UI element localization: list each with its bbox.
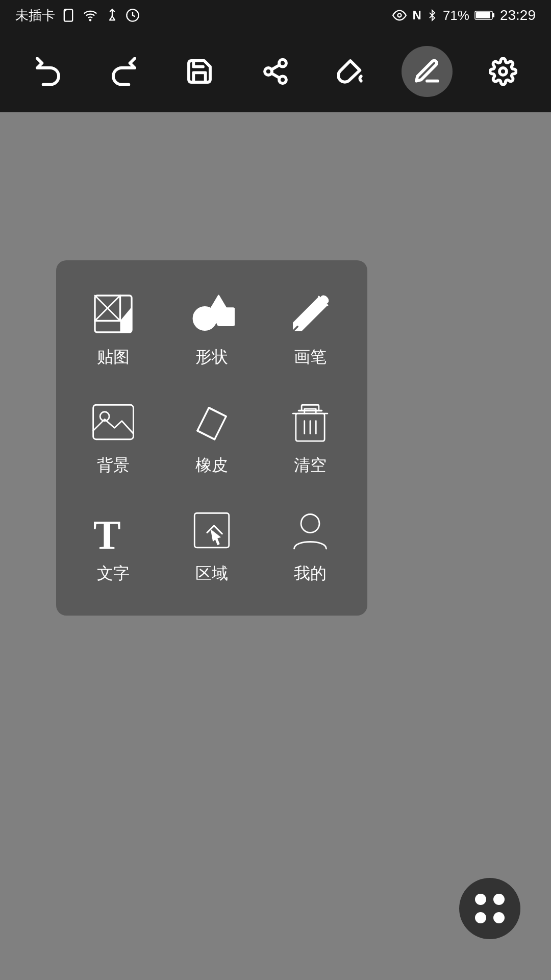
eraser-label: 橡皮 <box>195 454 228 477</box>
background-menu-item[interactable]: 背景 <box>66 389 160 487</box>
battery-icon <box>474 10 495 21</box>
region-icon <box>189 507 235 553</box>
pen-menu-item[interactable]: 画笔 <box>264 281 357 379</box>
settings-button[interactable] <box>478 46 529 97</box>
undo-button[interactable] <box>22 46 73 97</box>
svg-point-35 <box>301 514 319 533</box>
status-left: 未插卡 <box>15 7 140 24</box>
bluetooth-icon <box>427 8 438 22</box>
loading-icon <box>126 8 140 22</box>
sim-icon <box>61 8 76 22</box>
menu-panel: 贴图 形状 <box>56 260 367 616</box>
svg-rect-24 <box>93 405 133 439</box>
svg-rect-21 <box>217 308 235 326</box>
carrier-text: 未插卡 <box>15 7 55 24</box>
fab-button[interactable] <box>459 878 520 939</box>
text-icon: T <box>90 507 136 553</box>
text-menu-item[interactable]: T 文字 <box>66 497 160 595</box>
fab-dot-1 <box>475 894 486 905</box>
usb-icon <box>105 8 119 22</box>
mine-menu-item[interactable]: 我的 <box>264 497 357 595</box>
shape-icon <box>189 291 235 337</box>
shape-label: 形状 <box>195 346 228 369</box>
fab-dot-2 <box>493 894 505 905</box>
eraser-menu-item[interactable]: 橡皮 <box>165 389 258 487</box>
text-label: 文字 <box>97 562 130 585</box>
svg-line-10 <box>271 74 280 78</box>
time-display: 23:29 <box>500 7 536 23</box>
share-button[interactable] <box>250 46 301 97</box>
clear-icon <box>287 399 333 445</box>
eye-icon <box>391 8 408 22</box>
svg-text:T: T <box>93 512 120 553</box>
status-bar: 未插卡 N 71% 23:29 <box>0 0 551 31</box>
region-menu-item[interactable]: 区域 <box>165 497 258 595</box>
clear-menu-item[interactable]: 清空 <box>264 389 357 487</box>
svg-rect-5 <box>492 13 494 17</box>
battery-text: 71% <box>443 8 469 23</box>
fab-dot-4 <box>493 912 505 923</box>
background-icon <box>90 399 136 445</box>
sticker-icon <box>90 291 136 337</box>
svg-line-11 <box>271 65 280 69</box>
pen-button[interactable] <box>402 46 453 97</box>
mine-label: 我的 <box>294 562 327 585</box>
save-button[interactable] <box>174 46 225 97</box>
pen-label: 画笔 <box>294 346 327 369</box>
svg-point-1 <box>90 19 91 20</box>
canvas-area[interactable]: 贴图 形状 <box>0 112 551 980</box>
shape-menu-item[interactable]: 形状 <box>165 281 258 379</box>
fab-dot-3 <box>475 912 486 923</box>
svg-point-3 <box>397 14 401 17</box>
sticker-menu-item[interactable]: 贴图 <box>66 281 160 379</box>
nfc-icon: N <box>413 8 421 22</box>
wifi-icon <box>82 8 99 22</box>
redo-button[interactable] <box>98 46 149 97</box>
eraser-icon <box>189 399 235 445</box>
sticker-label: 贴图 <box>97 346 130 369</box>
mine-icon <box>287 507 333 553</box>
pen-icon <box>287 291 333 337</box>
clear-label: 清空 <box>294 454 327 477</box>
svg-rect-6 <box>476 12 490 18</box>
toolbar <box>0 31 551 112</box>
svg-point-12 <box>499 68 507 75</box>
fab-dots <box>475 894 505 923</box>
status-right: N 71% 23:29 <box>391 7 536 23</box>
background-label: 背景 <box>97 454 130 477</box>
region-label: 区域 <box>195 562 228 585</box>
fill-button[interactable] <box>326 46 377 97</box>
